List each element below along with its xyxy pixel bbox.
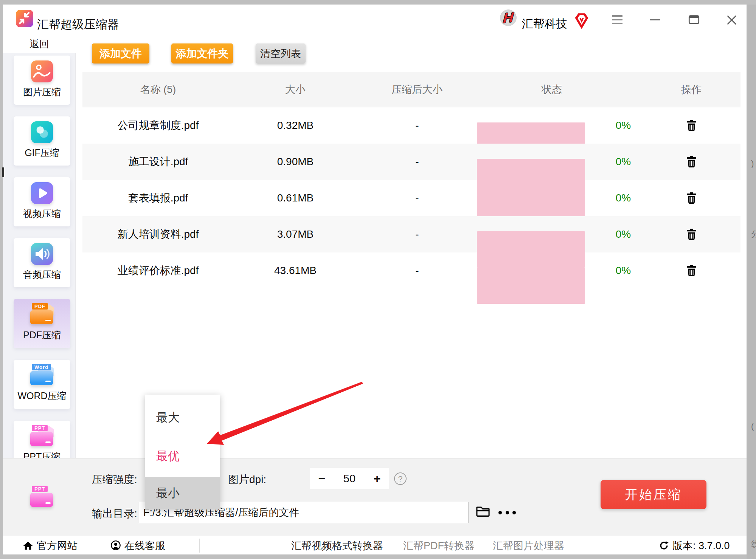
minimize-icon[interactable] <box>650 19 660 20</box>
progress-percent: 0% <box>604 144 642 180</box>
column-header-compressed-size: 压缩后大小 <box>379 72 455 107</box>
video-compress-icon <box>31 182 53 204</box>
file-name: 业绩评价标准.pdf <box>82 252 234 289</box>
dpi-decrease-button[interactable]: − <box>310 472 334 486</box>
table-row: 套表填报.pdf 0.61MB - 0% <box>82 180 740 216</box>
app-title: 汇帮超级压缩器 <box>37 17 119 33</box>
table-row: 施工设计.pdf 0.90MB - 0% <box>82 144 740 180</box>
trash-icon <box>686 192 697 204</box>
trash-icon <box>686 120 697 132</box>
compressed-size: - <box>379 144 455 180</box>
progress-bar <box>477 268 585 304</box>
sidebar-item-label: WORD压缩 <box>17 390 66 402</box>
dpi-value[interactable]: 50 <box>334 472 365 485</box>
sidebar-item-label: GIF压缩 <box>25 147 59 159</box>
verified-badge-icon <box>574 12 589 31</box>
close-icon[interactable] <box>726 14 737 27</box>
option-min[interactable]: 最小 <box>145 477 220 509</box>
file-name: 施工设计.pdf <box>82 144 234 180</box>
delete-file-button[interactable] <box>682 180 701 216</box>
gif-compress-icon <box>31 121 53 143</box>
output-dir-label: 输出目录: <box>92 506 137 521</box>
online-support-link[interactable]: 在线客服 <box>110 536 165 555</box>
clear-list-button[interactable]: 清空列表 <box>256 43 306 63</box>
folder-tag: Word <box>32 364 51 370</box>
file-size: 3.07MB <box>258 216 333 252</box>
option-max[interactable]: 最大 <box>145 401 220 434</box>
official-site-label: 官方网站 <box>37 539 78 553</box>
file-size: 0.61MB <box>258 180 333 216</box>
compress-strength-label: 压缩强度: <box>92 472 137 487</box>
version-label: 版本: 3.7.0.0 <box>672 539 730 553</box>
table-row: 公司规章制度.pdf 0.32MB - 0% <box>82 107 740 144</box>
screen-edge-strip: ) 分 ( 线 <box>747 5 756 559</box>
progress-percent: 0% <box>604 107 642 144</box>
option-best[interactable]: 最优 <box>145 440 220 472</box>
sidebar-item-image-compress[interactable]: 图片压缩 <box>14 56 70 105</box>
titlebar: 汇帮超级压缩器 H 汇帮科技 <box>3 5 747 35</box>
column-header-status: 状态 <box>514 72 590 107</box>
start-compress-button[interactable]: 开始压缩 <box>601 480 706 509</box>
footer: 官方网站 在线客服 汇帮视频格式转换器 汇帮PDF转换器 汇帮图片处理器 版本:… <box>3 536 747 554</box>
file-name: 新人培训资料.pdf <box>82 216 234 252</box>
delete-file-button[interactable] <box>682 216 701 252</box>
help-icon[interactable]: ? <box>394 472 407 485</box>
table-header: 名称 (5) 大小 压缩后大小 状态 操作 <box>82 72 740 107</box>
pdf-compress-icon: PDF <box>30 303 54 325</box>
edge-fragment: 分 <box>751 229 756 240</box>
audio-compress-icon <box>31 243 53 265</box>
trash-icon <box>686 229 697 240</box>
trash-icon <box>686 156 697 168</box>
dpi-stepper: − 50 + <box>310 468 389 489</box>
folder-tag: PPT <box>32 425 48 431</box>
column-header-size: 大小 <box>258 72 333 107</box>
add-file-button[interactable]: 添加文件 <box>92 43 149 63</box>
progress-percent: 0% <box>604 252 642 289</box>
sidebar-item-word-compress[interactable]: Word WORD压缩 <box>14 360 70 409</box>
sidebar-item-label: 视频压缩 <box>23 207 61 220</box>
sidebar-item-gif-compress[interactable]: GIF压缩 <box>14 116 70 166</box>
image-processor-link[interactable]: 汇帮图片处理器 <box>493 536 564 555</box>
progress-percent: 0% <box>604 180 642 216</box>
online-support-label: 在线客服 <box>124 539 165 553</box>
sidebar-item-label: 音频压缩 <box>23 268 61 281</box>
table-row: 业绩评价标准.pdf 43.61MB - 0% <box>82 252 740 289</box>
edge-fragment: 线 <box>751 539 756 550</box>
more-options-icon[interactable] <box>498 511 516 514</box>
sidebar-item-label: PDF压缩 <box>23 329 61 341</box>
compressed-size: - <box>379 216 455 252</box>
sidebar-item-video-compress[interactable]: 视频压缩 <box>14 177 70 226</box>
image-compress-icon <box>31 60 53 82</box>
sidebar-item-pdf-compress[interactable]: PDF PDF压缩 <box>14 299 70 348</box>
edge-artifact <box>2 167 4 177</box>
official-site-link[interactable]: 官方网站 <box>23 536 78 555</box>
column-header-name: 名称 (5) <box>82 72 234 107</box>
home-icon <box>23 540 33 551</box>
pdf-converter-link[interactable]: 汇帮PDF转换器 <box>403 536 475 555</box>
sidebar-item-audio-compress[interactable]: 音频压缩 <box>14 238 70 287</box>
video-converter-link[interactable]: 汇帮视频格式转换器 <box>291 536 383 555</box>
maximize-icon[interactable] <box>688 14 700 26</box>
progress-percent: 0% <box>604 216 642 252</box>
refresh-icon <box>659 540 669 551</box>
add-folder-button[interactable]: 添加文件夹 <box>171 43 233 63</box>
strength-dropdown-menu: 最大 最优 最小 <box>145 395 220 509</box>
delete-file-button[interactable] <box>682 107 701 144</box>
file-name: 公司规章制度.pdf <box>82 107 234 144</box>
delete-file-button[interactable] <box>682 144 701 180</box>
back-button[interactable]: 返回 <box>3 35 76 53</box>
file-name: 套表填报.pdf <box>82 180 234 216</box>
trash-icon <box>686 265 697 277</box>
edge-fragment: ( <box>751 421 754 431</box>
menu-icon[interactable] <box>612 15 622 24</box>
compressed-size: - <box>379 107 455 144</box>
dpi-increase-button[interactable]: + <box>365 472 389 486</box>
ppt-compress-icon: PPT <box>30 424 54 447</box>
browse-folder-icon[interactable] <box>476 505 490 518</box>
customer-service-icon <box>110 540 121 551</box>
edge-fragment: ) <box>751 159 754 169</box>
delete-file-button[interactable] <box>682 252 701 289</box>
column-header-action: 操作 <box>672 72 710 107</box>
sidebar-item-label: 图片压缩 <box>23 86 61 98</box>
image-dpi-label: 图片dpi: <box>228 472 266 487</box>
